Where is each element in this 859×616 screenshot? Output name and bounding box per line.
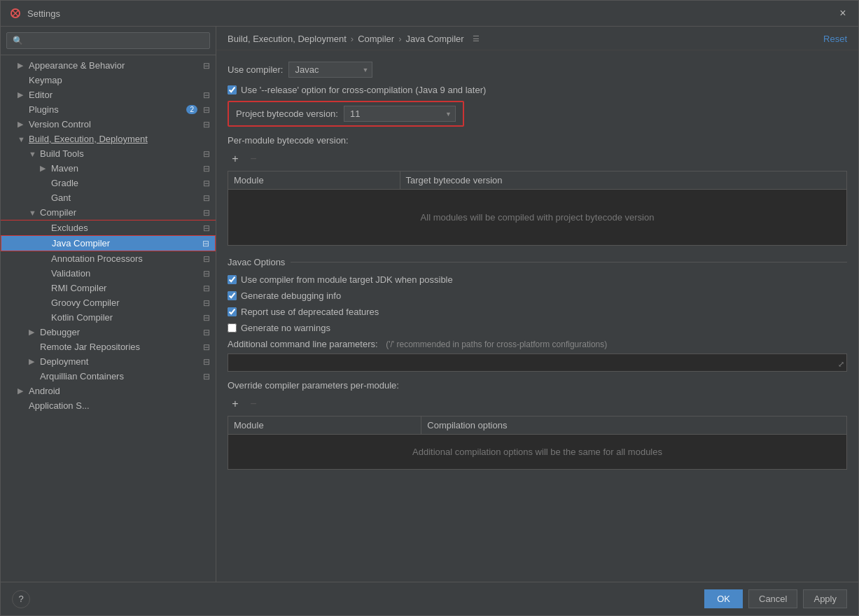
sidebar-item-android[interactable]: ▶ Android [1,384,216,398]
arrow-icon: ▶ [29,328,39,337]
sidebar-item-build-tools[interactable]: ▼ Build Tools ⊟ [1,146,216,161]
arrow-icon: ▶ [18,120,27,129]
sidebar-item-label: Build, Execution, Deployment [29,134,210,144]
breadcrumb-part3: Java Compiler [406,34,464,44]
settings-icon: ⊟ [203,178,210,188]
sidebar-item-arquillian[interactable]: Arquillian Containers ⊟ [1,369,216,384]
arrow-icon: ▼ [29,150,39,158]
sidebar-item-label: Validation [51,268,200,279]
additional-cmd-input[interactable] [228,354,847,372]
override-section: Override compiler parameters per-module:… [228,380,847,470]
override-module-col-header: Module [228,416,421,435]
remove-override-button[interactable]: − [246,396,261,412]
sidebar-item-label: Gant [51,192,200,203]
reset-button[interactable]: Reset [823,34,847,44]
use-compiler-row: Use compiler: Javac Eclipse [228,62,847,78]
settings-icon: ⊟ [203,105,210,115]
settings-icon: ⊟ [203,223,210,233]
breadcrumb-sep1: › [351,34,354,44]
sidebar: ▶ Appearance & Behavior ⊟ Keymap ▶ Edito… [1,27,216,582]
sidebar-item-label: Groovy Compiler [51,298,200,308]
sidebar-item-rmi-compiler[interactable]: RMI Compiler ⊟ [1,281,216,295]
add-override-button[interactable]: + [228,396,243,412]
main-panel: Build, Execution, Deployment › Compiler … [216,27,858,582]
per-module-label-row: Per-module bytecode version: [228,135,847,146]
close-button[interactable]: × [836,6,850,20]
dialog-title: Settings [27,8,836,19]
sidebar-item-plugins[interactable]: Plugins 2 ⊟ [1,102,216,117]
settings-icon: ⊟ [203,254,210,264]
sidebar-item-build-execution[interactable]: ▼ Build, Execution, Deployment [1,132,216,146]
sidebar-item-validation[interactable]: Validation ⊟ [1,266,216,281]
generate-no-warnings-checkbox[interactable] [228,323,237,332]
generate-debug-label: Generate debugging info [241,290,341,301]
breadcrumb: Build, Execution, Deployment › Compiler … [228,34,480,44]
report-deprecated-row: Report use of deprecated features [228,307,847,317]
override-table-toolbar: + − [228,395,847,413]
use-compiler-select[interactable]: Javac Eclipse [288,62,372,78]
app-icon [9,7,22,20]
search-input[interactable] [6,32,210,49]
sidebar-item-remote-jar[interactable]: Remote Jar Repositories ⊟ [1,340,216,354]
project-bytecode-box: Project bytecode version: 11 8 9 10 12 [228,101,464,127]
arrow-icon: ▶ [29,357,39,366]
sidebar-item-label: Debugger [40,327,200,337]
sidebar-item-label: Remote Jar Repositories [40,342,200,352]
apply-button[interactable]: Apply [803,589,847,608]
settings-icon: ⊟ [203,284,210,293]
sidebar-item-keymap[interactable]: Keymap [1,73,216,88]
sidebar-item-label: Keymap [29,75,210,85]
sidebar-item-maven[interactable]: ▶ Maven ⊟ [1,161,216,176]
sidebar-item-version-control[interactable]: ▶ Version Control ⊟ [1,117,216,132]
settings-icon: ⊟ [203,120,210,130]
ok-button[interactable]: OK [704,589,743,608]
help-button[interactable]: ? [12,590,30,608]
main-header: Build, Execution, Deployment › Compiler … [216,27,858,50]
sidebar-item-label: Plugins [29,104,186,115]
arrow-icon: ▶ [18,386,27,396]
sidebar-item-app[interactable]: Application S... [1,398,216,413]
use-module-jdk-checkbox[interactable] [228,275,237,284]
sidebar-item-compiler[interactable]: ▼ Compiler ⊟ [1,205,216,220]
javac-options-title: Javac Options [228,257,847,267]
sidebar-item-java-compiler[interactable]: Java Compiler ⊟ [1,235,216,251]
sidebar-item-kotlin-compiler[interactable]: Kotlin Compiler ⊟ [1,310,216,325]
sidebar-item-label: Compiler [40,207,200,218]
sidebar-item-editor[interactable]: ▶ Editor ⊟ [1,88,216,102]
add-module-button[interactable]: + [228,151,243,167]
generate-debug-checkbox[interactable] [228,291,237,300]
override-label: Override compiler parameters per-module: [228,380,399,391]
generate-no-warnings-label: Generate no warnings [241,323,330,333]
sidebar-item-gradle[interactable]: Gradle ⊟ [1,176,216,190]
menu-icon: ☰ [473,34,480,43]
settings-icon: ⊟ [203,61,210,71]
bytecode-select[interactable]: 11 8 9 10 12 [344,106,456,122]
sidebar-item-groovy-compiler[interactable]: Groovy Compiler ⊟ [1,295,216,310]
breadcrumb-part1: Build, Execution, Deployment [228,34,347,44]
use-compiler-select-wrapper: Javac Eclipse [288,62,372,78]
sidebar-item-appearance[interactable]: ▶ Appearance & Behavior ⊟ [1,58,216,73]
sidebar-item-label: Application S... [29,400,210,411]
release-option-checkbox[interactable] [228,85,237,94]
compilation-options-col-header: Compilation options [421,416,847,435]
settings-icon: ⊟ [203,90,210,100]
javac-options-section: Javac Options Use compiler from module t… [228,257,847,372]
tree: ▶ Appearance & Behavior ⊟ Keymap ▶ Edito… [1,55,216,582]
cancel-button[interactable]: Cancel [748,589,797,608]
settings-dialog: Settings × ▶ Appearance & Behavior ⊟ Key… [0,0,859,616]
report-deprecated-checkbox[interactable] [228,307,237,316]
use-module-jdk-row: Use compiler from module target JDK when… [228,274,847,285]
settings-icon: ⊟ [203,328,210,337]
additional-cmd-note: ('/' recommended in paths for cross-plat… [386,340,607,349]
sidebar-item-annotation[interactable]: Annotation Processors ⊟ [1,251,216,266]
release-option-label: Use '--release' option for cross-compila… [241,85,486,95]
arrow-icon: ▶ [40,164,50,173]
module-table-toolbar: + − [228,150,847,168]
sidebar-item-gant[interactable]: Gant ⊟ [1,190,216,205]
sidebar-item-deployment[interactable]: ▶ Deployment ⊟ [1,354,216,369]
module-col-header: Module [228,172,400,190]
arrow-icon: ▶ [18,90,27,99]
sidebar-item-excludes[interactable]: Excludes ⊟ [1,220,216,235]
sidebar-item-debugger[interactable]: ▶ Debugger ⊟ [1,325,216,340]
remove-module-button[interactable]: − [246,151,261,167]
